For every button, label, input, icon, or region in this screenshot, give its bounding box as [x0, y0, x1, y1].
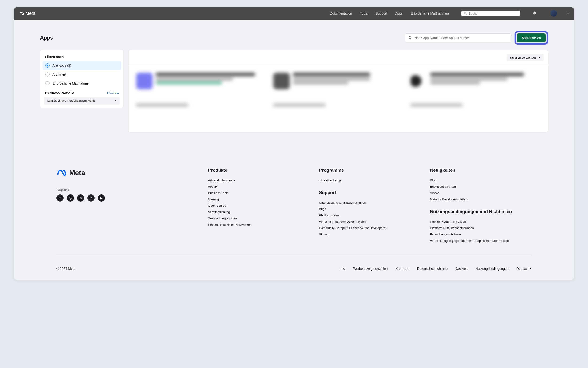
nav-support[interactable]: Support — [376, 11, 387, 15]
nav-tools[interactable]: Tools — [360, 11, 368, 15]
footer-link[interactable]: Hub für Plattforminitiativen — [430, 219, 532, 225]
footer-bottom-link[interactable]: Karrieren — [396, 267, 409, 271]
footer-logo[interactable]: Meta — [56, 168, 199, 178]
content-layout: Filtern nach Alle Apps (3) Archiviert Er… — [40, 50, 548, 132]
app-frame: Meta Dokumentation Tools Support Apps Er… — [14, 7, 574, 280]
clear-portfolio-link[interactable]: Löschen — [107, 91, 119, 95]
footer-programs-column: Programme ThreatExchange Support Unterst… — [319, 168, 421, 244]
footer-link[interactable]: Videos — [430, 190, 532, 196]
footer-bottom-link[interactable]: Cookies — [456, 267, 468, 271]
external-icon: ↗ — [466, 198, 468, 201]
instagram-icon[interactable]: ◎ — [67, 194, 74, 202]
svg-point-0 — [464, 12, 466, 14]
portfolio-label: Business-Portfolio — [45, 91, 74, 95]
sort-dropdown[interactable]: Kürzlich verwendet ▼ — [507, 54, 544, 61]
footer-link[interactable]: AR/VR — [208, 184, 310, 190]
filter-archived[interactable]: Archiviert — [43, 70, 121, 79]
facebook-icon[interactable]: f — [56, 194, 63, 202]
notifications-icon[interactable] — [533, 11, 537, 16]
nav-required-actions[interactable]: Erforderliche Maßnahmen — [411, 11, 449, 15]
footer-bottom: © 2024 Meta Info Werbeanzeige erstellen … — [56, 267, 532, 271]
app-card[interactable] — [133, 71, 269, 119]
footer-link[interactable]: Erfolgsgeschichten — [430, 184, 532, 190]
nav-documentation[interactable]: Dokumentation — [330, 11, 352, 15]
chevron-down-icon: ▼ — [114, 99, 117, 102]
portfolio-section: Business-Portfolio Löschen — [43, 88, 121, 97]
search-icon — [464, 12, 467, 15]
radio-icon — [45, 81, 50, 85]
app-search-input[interactable] — [414, 36, 508, 40]
footer-link[interactable]: Sitemap — [319, 231, 421, 238]
footer-link[interactable]: Plattformstatus — [319, 212, 421, 219]
portfolio-select[interactable]: Kein Business-Portfolio ausgewählt ▼ — [44, 97, 120, 105]
footer-columns: Meta Folge uns f ◎ 𝕏 in ▶ Produkte Artif… — [56, 168, 532, 244]
user-menu-caret[interactable]: ▼ — [567, 12, 569, 15]
nav-apps[interactable]: Apps — [395, 11, 403, 15]
app-card[interactable] — [407, 71, 544, 119]
svg-line-3 — [411, 38, 412, 39]
footer-heading: Support — [319, 190, 421, 195]
filter-label: Archiviert — [53, 73, 66, 76]
footer-news-column: Neuigkeiten Blog Erfolgsgeschichten Vide… — [430, 168, 532, 244]
brand-logo[interactable]: Meta — [19, 11, 35, 16]
footer-heading: Programme — [319, 168, 421, 173]
portfolio-value: Kein Business-Portfolio ausgewählt — [47, 99, 95, 102]
footer-divider — [56, 255, 532, 256]
app-list-panel: Kürzlich verwendet ▼ — [128, 50, 548, 132]
filter-label: Alle Apps (3) — [53, 64, 71, 67]
footer-link[interactable]: Artificial Intelligence — [208, 177, 310, 184]
footer-link[interactable]: Entwicklungsrichtlinien — [430, 231, 532, 238]
follow-us-label: Folge uns — [56, 188, 199, 192]
footer-link[interactable]: Präsenz in sozialen Netzwerken — [208, 221, 310, 228]
page-title: Apps — [40, 35, 53, 41]
global-search[interactable] — [461, 11, 520, 17]
footer-link[interactable]: Verpflichtungen gegenüber der Europäisch… — [430, 238, 532, 244]
footer-link[interactable]: Blog — [430, 177, 532, 184]
footer-link[interactable]: Community-Gruppe für Facebook for Develo… — [319, 225, 421, 231]
footer-link[interactable]: Open Source — [208, 202, 310, 209]
app-cards — [129, 65, 548, 128]
filter-required-actions[interactable]: Erforderliche Maßnahmen — [43, 79, 121, 88]
footer-link[interactable]: Plattform-Nutzungsbedingungen — [430, 225, 532, 231]
external-icon: ↗ — [386, 227, 388, 230]
search-icon — [409, 36, 412, 40]
app-search[interactable] — [405, 33, 511, 42]
footer-bottom-link[interactable]: Info — [340, 267, 345, 271]
footer-link[interactable]: Unterstützung für Entwickler*innen — [319, 199, 421, 206]
top-navigation: Meta Dokumentation Tools Support Apps Er… — [14, 7, 574, 20]
filter-heading: Filtern nach — [43, 54, 121, 61]
svg-point-2 — [409, 37, 411, 39]
global-search-input[interactable] — [469, 12, 518, 15]
filter-label: Erforderliche Maßnahmen — [53, 82, 91, 85]
user-avatar[interactable] — [550, 10, 557, 17]
radio-icon — [45, 72, 50, 76]
radio-icon — [45, 63, 50, 68]
app-card[interactable] — [270, 71, 406, 119]
footer-bottom-link[interactable]: Nutzungsbedingungen — [475, 267, 509, 271]
youtube-icon[interactable]: ▶ — [98, 194, 105, 202]
footer-link[interactable]: Veröffentlichung — [208, 209, 310, 215]
footer-brand-column: Meta Folge uns f ◎ 𝕏 in ▶ — [56, 168, 199, 244]
footer-bottom-link[interactable]: Werbeanzeige erstellen — [353, 267, 388, 271]
brand-text: Meta — [26, 11, 35, 16]
language-selector[interactable]: Deutsch▼ — [517, 267, 532, 271]
filter-all-apps[interactable]: Alle Apps (3) — [43, 61, 121, 70]
footer-link[interactable]: Bugs — [319, 206, 421, 212]
footer-link[interactable]: Meta for Developers-Seite↗ — [430, 196, 532, 202]
sort-bar: Kürzlich verwendet ▼ — [129, 50, 548, 65]
footer-bottom-link[interactable]: Datenschutzrichtlinie — [417, 267, 448, 271]
svg-line-1 — [466, 14, 466, 15]
footer-link[interactable]: Soziale Integrationen — [208, 215, 310, 221]
social-links: f ◎ 𝕏 in ▶ — [56, 194, 199, 202]
footer-link[interactable]: Business Tools — [208, 190, 310, 196]
create-app-button[interactable]: App erstellen — [517, 33, 546, 42]
footer-link[interactable]: ThreatExchange — [319, 177, 421, 184]
linkedin-icon[interactable]: in — [88, 194, 95, 202]
footer-bottom-links: Info Werbeanzeige erstellen Karrieren Da… — [340, 267, 532, 271]
footer-link[interactable]: Gaming — [208, 196, 310, 202]
twitter-icon[interactable]: 𝕏 — [77, 194, 84, 202]
footer-link[interactable]: Vorfall mit Plattform-Daten melden — [319, 219, 421, 225]
footer-heading: Produkte — [208, 168, 310, 173]
footer-heading: Neuigkeiten — [430, 168, 532, 173]
footer-heading: Nutzungsbedingungen und Richtlinien — [430, 209, 532, 214]
